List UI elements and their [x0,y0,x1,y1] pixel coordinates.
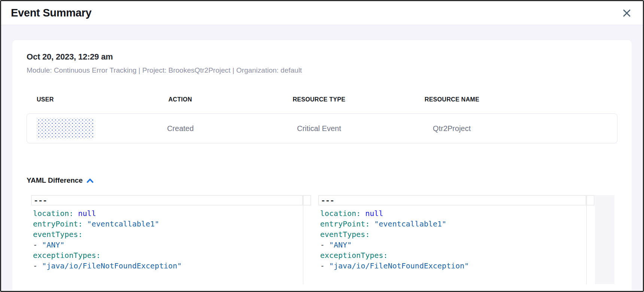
yaml-token-kw: null [365,209,383,218]
yaml-code-lines: location: nullentryPoint: "eventcallable… [318,208,586,271]
yaml-pane-right[interactable]: --- location: nullentryPoint: "eventcall… [318,195,595,284]
diff-scrollbar-track[interactable] [595,195,614,284]
yaml-line: location: null [320,208,586,219]
modal-body: Oct 20, 2023, 12:29 am Module: Continuou… [1,25,643,291]
yaml-token-plain [361,209,365,218]
yaml-token-key: exceptionTypes: [33,251,101,260]
yaml-token-plain [37,240,42,249]
yaml-token-key: eventTypes: [33,230,82,239]
yaml-token-key: exceptionTypes: [320,251,388,260]
column-header-resource-type: RESOURCE TYPE [233,96,405,103]
column-header-action: ACTION [127,96,233,103]
yaml-token-plain [37,261,42,270]
yaml-pane-right-content: --- location: nullentryPoint: "eventcall… [318,195,586,284]
table-row: Created Critical Event Qtr2Project [27,113,617,143]
yaml-line: - "ANY" [33,240,303,250]
yaml-first-line: --- [31,195,303,206]
yaml-code-lines: location: nullentryPoint: "eventcallable… [31,208,303,271]
yaml-first-line: --- [318,195,586,206]
yaml-pane-right-gutter [586,195,595,284]
yaml-token-plain [325,261,329,270]
yaml-token-str: "eventcallable1" [374,219,447,228]
cell-action: Created [127,124,234,133]
column-header-resource-name: RESOURCE NAME [405,96,499,103]
yaml-token-str: "ANY" [329,240,352,249]
chevron-up-icon [86,178,94,183]
event-summary-modal: Event Summary Oct 20, 2023, 12:29 am Mod… [0,0,644,292]
modal-header: Event Summary [1,1,643,25]
yaml-token-plain [325,240,329,249]
yaml-token-key: eventTypes: [320,230,370,239]
yaml-token-dash: --- [321,196,334,205]
event-timestamp: Oct 20, 2023, 12:29 am [27,52,617,62]
yaml-pane-left-content: --- location: nullentryPoint: "eventcall… [31,195,303,284]
yaml-line: eventTypes: [33,229,303,240]
close-icon [622,9,631,18]
yaml-line: - "java/io/FileNotFoundException" [33,261,303,271]
yaml-gutter-cell [303,195,311,206]
modal-title: Event Summary [11,7,91,19]
cell-resource-type: Critical Event [234,124,405,133]
yaml-line: - "java/io/FileNotFoundException" [320,261,586,271]
yaml-token-key: entryPoint: [33,219,82,228]
yaml-token-kw: null [78,209,96,218]
yaml-line: location: null [33,208,303,219]
yaml-token-plain [82,219,87,228]
redacted-user-pattern [37,118,94,139]
yaml-token-str: "java/io/FileNotFoundException" [329,261,469,270]
yaml-gutter-cell [586,195,595,206]
yaml-pane-left[interactable]: --- location: nullentryPoint: "eventcall… [31,195,311,284]
header-spacer [499,96,617,103]
yaml-token-dash: --- [34,196,47,205]
yaml-line: entryPoint: "eventcallable1" [33,219,303,229]
yaml-token-plain [73,209,78,218]
column-header-user: USER [27,96,127,103]
yaml-token-dash: - [320,240,325,249]
yaml-line: eventTypes: [320,229,586,240]
yaml-difference-label: YAML Difference [27,176,83,185]
yaml-line: exceptionTypes: [320,250,586,261]
yaml-token-str: "eventcallable1" [87,219,160,228]
close-button[interactable] [620,7,633,19]
yaml-diff-viewer: --- location: nullentryPoint: "eventcall… [27,195,617,284]
yaml-line: - "ANY" [320,240,586,250]
yaml-line: exceptionTypes: [33,250,303,261]
yaml-token-str: "java/io/FileNotFoundException" [42,261,182,270]
cell-user [27,118,127,139]
yaml-token-dash: - [320,261,325,270]
yaml-token-dash: - [33,240,37,249]
event-meta: Module: Continuous Error Tracking | Proj… [27,66,617,74]
yaml-token-str: "ANY" [42,240,64,249]
yaml-pane-left-gutter [303,195,311,284]
yaml-token-dash: - [33,261,37,270]
yaml-line: entryPoint: "eventcallable1" [320,219,586,229]
yaml-difference-toggle[interactable]: YAML Difference [27,176,94,185]
yaml-token-key: location: [33,209,73,218]
cell-resource-name: Qtr2Project [405,124,499,133]
yaml-token-plain [370,219,374,228]
yaml-token-key: entryPoint: [320,219,370,228]
table-header-row: USER ACTION RESOURCE TYPE RESOURCE NAME [27,96,617,103]
event-card: Oct 20, 2023, 12:29 am Module: Continuou… [12,40,632,291]
yaml-token-key: location: [320,209,361,218]
